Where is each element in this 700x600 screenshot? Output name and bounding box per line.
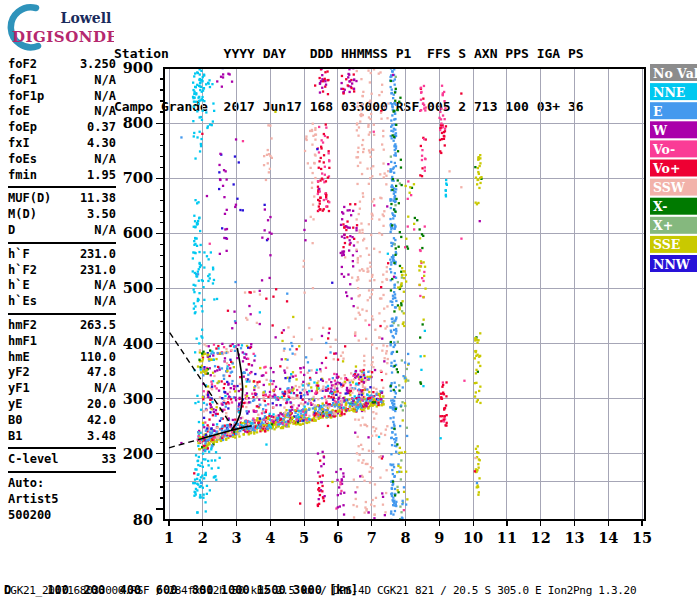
axis-x-labels: 123456789101112131415 <box>164 529 652 546</box>
scatter-point <box>324 495 326 497</box>
scatter-point <box>197 484 199 486</box>
scatter-point <box>397 286 399 288</box>
scatter-point <box>226 250 228 252</box>
scatter-point <box>311 390 313 392</box>
scatter-point <box>337 401 339 403</box>
scatter-point <box>369 280 371 282</box>
scatter-point <box>231 327 233 329</box>
scatter-point <box>357 165 359 167</box>
scatter-point <box>284 377 286 379</box>
scatter-point <box>475 177 477 179</box>
scatter-point <box>216 298 218 300</box>
scatter-point <box>221 404 223 406</box>
scatter-point <box>389 463 391 465</box>
scatter-point <box>322 327 324 329</box>
scatter-point <box>198 359 200 361</box>
scatter-point <box>351 236 353 238</box>
scatter-point <box>394 162 396 164</box>
scatter-point <box>216 431 218 433</box>
scatter-point <box>343 237 345 239</box>
scatter-point <box>227 401 229 403</box>
scatter-point <box>231 380 233 382</box>
scatter-point <box>223 237 225 239</box>
scatter-point <box>212 267 214 269</box>
scatter-point <box>325 381 327 383</box>
scatter-point <box>200 485 202 487</box>
scatter-point <box>283 329 285 331</box>
scatter-point <box>397 324 399 326</box>
scatter-point <box>334 413 336 415</box>
scatter-point <box>281 332 283 334</box>
scatter-point <box>368 378 370 380</box>
scatter-point <box>272 395 274 397</box>
scatter-point <box>208 442 210 444</box>
scatter-point <box>395 451 397 453</box>
scatter-point <box>393 200 395 202</box>
scatter-point <box>209 349 211 351</box>
scatter-point <box>299 423 301 425</box>
scatter-point <box>393 215 395 217</box>
scatter-point <box>356 183 358 185</box>
scatter-point <box>223 387 225 389</box>
scatter-point <box>391 402 393 404</box>
scatter-point <box>272 406 274 408</box>
scatter-point <box>261 412 263 414</box>
scatter-point <box>314 407 316 409</box>
scatter-point <box>325 386 327 388</box>
scatter-point <box>323 199 325 201</box>
scatter-point <box>364 319 366 321</box>
scatter-point <box>371 364 373 366</box>
scatter-point <box>339 505 341 507</box>
scatter-point <box>197 271 199 273</box>
scatter-point <box>375 428 377 430</box>
scatter-point <box>475 372 477 374</box>
scatter-point <box>349 209 351 211</box>
scatter-point <box>234 206 236 208</box>
scatter-point <box>420 369 422 371</box>
scatter-point <box>393 287 395 289</box>
scatter-point <box>407 180 409 182</box>
scatter-point <box>201 305 203 307</box>
legend-label: SSE <box>653 237 680 252</box>
scatter-point <box>194 226 196 228</box>
scatter-point <box>251 364 253 366</box>
scatter-point <box>234 419 236 421</box>
scatter-point <box>255 410 257 412</box>
scatter-point <box>390 168 392 170</box>
scatter-point <box>307 162 309 164</box>
scatter-point <box>443 138 445 140</box>
scatter-point <box>200 409 202 411</box>
scatter-point <box>294 409 296 411</box>
scatter-point <box>399 466 401 468</box>
scatter-point <box>308 400 310 402</box>
scatter-point <box>348 249 350 251</box>
scatter-point <box>413 228 415 230</box>
scatter-point <box>300 395 302 397</box>
scatter-point <box>319 494 321 496</box>
scatter-point <box>317 471 319 473</box>
scatter-point <box>295 375 297 377</box>
scatter-point <box>272 413 274 415</box>
scatter-point <box>315 416 317 418</box>
scatter-point <box>323 500 325 502</box>
scatter-point <box>221 380 223 382</box>
scatter-point <box>448 170 450 172</box>
scatter-point <box>325 205 327 207</box>
scatter-point <box>418 265 420 267</box>
scatter-point <box>269 277 271 279</box>
scatter-point <box>202 487 204 489</box>
scatter-point <box>477 494 479 496</box>
scatter-point <box>219 253 221 255</box>
scatter-point <box>264 415 266 417</box>
scatter-point <box>238 390 240 392</box>
scatter-point <box>384 172 386 174</box>
scatter-point <box>288 380 290 382</box>
scatter-point <box>208 358 210 360</box>
scatter-point <box>227 397 229 399</box>
scatter-point <box>324 78 326 80</box>
scatter-point <box>291 389 293 391</box>
scatter-point <box>362 386 364 388</box>
scatter-point <box>338 404 340 406</box>
scatter-point <box>286 401 288 403</box>
scatter-point <box>421 155 423 157</box>
